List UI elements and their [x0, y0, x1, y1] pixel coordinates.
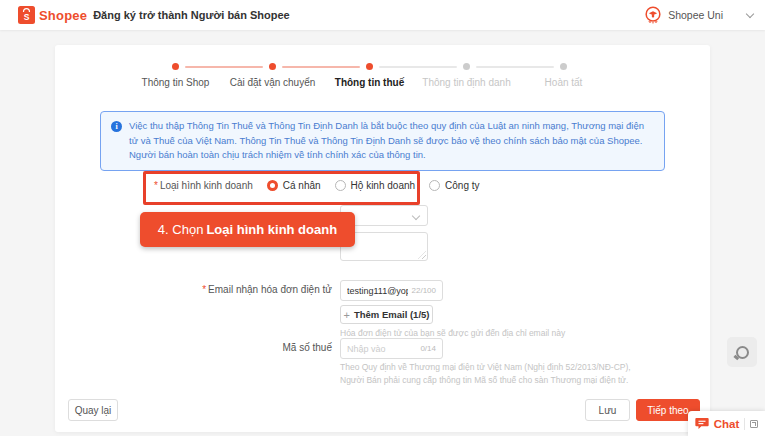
step-dot	[366, 63, 373, 70]
chat-label: Chat	[714, 418, 740, 430]
shopee-bag-icon: S	[18, 6, 35, 24]
resize-grip-icon[interactable]	[418, 251, 426, 259]
step-dot	[560, 63, 567, 70]
chat-widget[interactable]: Chat	[688, 411, 765, 436]
step-label: Thông tin Shop	[127, 77, 224, 88]
business-type-row: *Loại hình kinh doanh Cá nhân Hộ kinh do…	[154, 180, 480, 191]
step-dot	[463, 63, 470, 70]
email-input-box: 22/100	[340, 280, 443, 301]
save-button[interactable]: Lưu	[585, 399, 630, 421]
floating-feedback-button[interactable]	[727, 337, 757, 367]
chevron-down-icon[interactable]	[746, 10, 754, 18]
step-shop-info: Thông tin Shop	[127, 63, 224, 88]
tutorial-callout: 4. Chọn Loại hình kinh doanh	[140, 212, 355, 247]
shopee-logo[interactable]: S Shopee	[18, 6, 87, 24]
required-asterisk: *	[202, 284, 206, 295]
step-dot	[172, 63, 179, 70]
divider	[744, 418, 745, 430]
required-asterisk: *	[154, 180, 158, 191]
plus-icon: +	[344, 309, 350, 321]
progress-stepper: Thông tin Shop Cài đặt vận chuyển Thông …	[127, 63, 613, 103]
tax-helper-text: Theo Quy định về Thương mại điện tử Việt…	[340, 361, 640, 387]
step-shipping-settings: Cài đặt vận chuyển	[224, 63, 321, 88]
step-identity-info: Thông tin định danh	[418, 63, 515, 88]
back-button[interactable]: Quay lại	[68, 399, 118, 421]
email-input[interactable]	[347, 286, 408, 296]
account-menu[interactable]: Shopee Uni	[643, 0, 723, 30]
email-char-counter: 22/100	[412, 286, 436, 295]
shopee-uni-icon	[643, 5, 663, 25]
feedback-icon	[736, 346, 749, 359]
radio-ho-kinh-doanh[interactable]: Hộ kinh doanh	[335, 180, 416, 191]
tax-privacy-notice: i Việc thu thập Thông Tin Thuế và Thông …	[100, 111, 665, 171]
page-title: Đăng ký trở thành Người bán Shopee	[93, 9, 290, 21]
info-icon: i	[111, 121, 122, 132]
callout-prefix: 4. Chọn	[158, 222, 204, 237]
radio-unselected-icon	[429, 180, 440, 191]
step-tax-info: Thông tin thuế	[321, 63, 418, 88]
top-header: S Shopee Đăng ký trở thành Người bán Sho…	[0, 0, 765, 30]
tax-char-counter: 0/14	[420, 344, 436, 353]
svg-text:S: S	[24, 12, 30, 22]
add-email-button[interactable]: + Thêm Email (1/5)	[340, 305, 433, 324]
shopee-wordmark: Shopee	[39, 8, 87, 23]
account-name: Shopee Uni	[668, 9, 723, 21]
registration-card: Thông tin Shop Cài đặt vận chuyển Thông …	[55, 45, 710, 432]
expand-icon[interactable]	[750, 420, 758, 428]
radio-cong-ty[interactable]: Công ty	[429, 180, 479, 191]
step-label: Cài đặt vận chuyển	[224, 77, 321, 88]
business-type-label: *Loại hình kinh doanh	[154, 180, 253, 191]
step-label: Thông tin thuế	[321, 77, 418, 88]
tax-code-input-box: 0/14	[340, 338, 443, 359]
step-complete: Hoàn tất	[515, 63, 612, 88]
radio-unselected-icon	[335, 180, 346, 191]
step-label: Hoàn tất	[515, 77, 612, 88]
callout-bold-text: Loại hình kinh doanh	[206, 222, 337, 237]
tax-code-input[interactable]	[347, 344, 416, 354]
step-dot	[269, 63, 276, 70]
tax-code-label: Mã số thuế	[140, 342, 332, 353]
notice-text: Việc thu thập Thông Tin Thuế và Thông Ti…	[129, 120, 644, 160]
radio-selected-icon	[267, 180, 278, 191]
email-label: *Email nhận hóa đơn điện tử	[140, 284, 332, 295]
radio-ca-nhan[interactable]: Cá nhân	[267, 180, 321, 191]
step-label: Thông tin định danh	[418, 77, 515, 88]
chat-bubble-icon	[695, 417, 709, 430]
chevron-down-icon	[412, 212, 420, 220]
